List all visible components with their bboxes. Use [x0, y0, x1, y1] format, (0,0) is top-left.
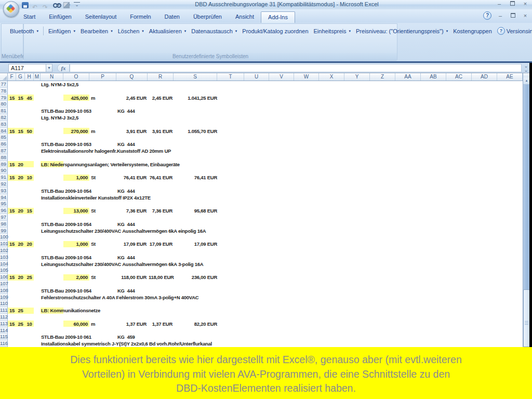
sheet-row-108[interactable]: 108STLB-Bau 2009-10 054KG 444	[0, 287, 523, 294]
cell-kg[interactable]: KG 444	[117, 221, 135, 228]
toolbar-button-bluetooth[interactable]: Bluetooth	[7, 27, 41, 35]
cell-price[interactable]: 17,09 EUR	[149, 241, 172, 247]
row-number-115[interactable]: 115	[0, 334, 8, 340]
column-header-S[interactable]: S	[174, 73, 217, 81]
column-header-W[interactable]: W	[294, 73, 319, 81]
row-number-79[interactable]: 79	[0, 95, 8, 101]
sheet-row-100[interactable]: 100	[0, 234, 523, 241]
cell-unit-price[interactable]: 17,09 EUR	[116, 241, 147, 247]
sheet-row-86[interactable]: 86STLB-Bau 2009-10 053KG 444	[0, 141, 523, 148]
sheet-row-91[interactable]: 911520101,000St76,41 EUR76,41 EUR76,41 E…	[0, 174, 523, 181]
column-header-Q[interactable]: Q	[116, 73, 148, 81]
cell-f[interactable]: 15	[8, 128, 16, 135]
row-number-99[interactable]: 99	[0, 228, 8, 234]
sheet-row-89[interactable]: 891520LB: Niederspannungsanlagen; Vertei…	[0, 161, 523, 168]
cell-quantity[interactable]: 270,000	[63, 128, 88, 135]
workbook-minimize-icon[interactable]: –	[497, 12, 504, 19]
cell-description[interactable]: Fehlerstromschutzschalter A 40A Fehlerst…	[41, 294, 198, 301]
column-header-G[interactable]: G	[16, 73, 25, 81]
cell-description[interactable]: Installationskleinverteiler Kunststoff I…	[41, 194, 151, 201]
column-header-Y[interactable]: Y	[344, 73, 370, 81]
sheet-row-87[interactable]: 87Elektroinstallationsrohr halogenfr.Kun…	[0, 148, 523, 154]
row-number-110[interactable]: 110	[0, 300, 8, 307]
row-number-109[interactable]: 109	[0, 294, 8, 301]
row-number-84[interactable]: 84	[0, 128, 8, 135]
row-number-94[interactable]: 94	[0, 194, 8, 201]
toolbar-button-produkt-katalog-zuordnen[interactable]: Produkt/Katalog zuordnen	[240, 27, 311, 35]
cell-f[interactable]: 15	[8, 307, 16, 314]
cell-total[interactable]: 82,20 EUR	[174, 321, 217, 327]
cell-quantity[interactable]: 1,000	[63, 174, 88, 181]
sheet-row-95[interactable]: 95	[0, 201, 523, 207]
row-number-87[interactable]: 87	[0, 148, 8, 154]
tab-formeln[interactable]: Formeln	[123, 11, 157, 23]
cell-unit-price[interactable]: 1,37 EUR	[116, 321, 147, 327]
cell-stlb-text[interactable]: STLB-Bau 2009-10 054	[41, 188, 91, 194]
cell-price[interactable]: 118,00 EUR	[149, 274, 172, 281]
sheet-row-105[interactable]: 105	[0, 267, 523, 274]
row-number-102[interactable]: 102	[0, 247, 8, 254]
cell-h[interactable]: 15	[25, 207, 34, 214]
sheet-row-77[interactable]: 77Ltg. NYM-J 5x2,5	[0, 81, 523, 88]
expand-formula-bar-icon[interactable]: ⌄⌄	[523, 64, 529, 72]
cell-quantity[interactable]: 2,000	[63, 274, 88, 281]
tab-seitenlayout[interactable]: Seitenlayout	[78, 11, 124, 23]
sheet-row-112[interactable]: 112	[0, 314, 523, 321]
cell-unit[interactable]: m	[91, 321, 95, 327]
minimize-icon[interactable]: –	[496, 1, 503, 7]
cell-g[interactable]: 15	[16, 95, 25, 101]
cell-quantity[interactable]: 13,000	[63, 207, 88, 214]
cell-stlb-text[interactable]: STLB-Bau 2009-10 053	[41, 108, 91, 114]
toolbar-button-aktualisieren[interactable]: Aktualisieren	[147, 27, 189, 35]
tab-start[interactable]: Start	[17, 11, 42, 23]
find-button[interactable]: ▾	[53, 2, 60, 8]
sheet-row-104[interactable]: 104Leitungsschutzschalter 230/400VAC Aus…	[0, 261, 523, 268]
column-header-AD[interactable]: AD	[472, 73, 497, 81]
tab-einfügen[interactable]: Einfügen	[42, 11, 78, 23]
help-icon[interactable]: ?	[483, 11, 491, 20]
sheet-row-90[interactable]: 90	[0, 167, 523, 174]
cell-f[interactable]: 15	[8, 161, 16, 168]
cell-h[interactable]: 20	[25, 241, 34, 247]
row-number-93[interactable]: 93	[0, 188, 8, 194]
sheet-row-106[interactable]: 1061520252,000St118,00 EUR118,00 EUR236,…	[0, 274, 523, 281]
cell-f[interactable]: 15	[8, 274, 16, 281]
cell-unit[interactable]: m	[91, 95, 95, 101]
insert-function-button[interactable]: fx	[57, 64, 70, 72]
sheet-row-81[interactable]: 81STLB-Bau 2009-10 053KG 444	[0, 108, 523, 114]
row-number-81[interactable]: 81	[0, 108, 8, 114]
cell-f[interactable]: 15	[8, 241, 16, 247]
cell-g[interactable]: 20	[16, 274, 25, 281]
toolbar-button-versionsinfo[interactable]: ?Versionsinfo	[495, 26, 532, 36]
cell-unit-price[interactable]: 2,45 EUR	[116, 95, 147, 101]
sheet-row-80[interactable]: 80	[0, 101, 523, 108]
row-number-78[interactable]: 78	[0, 88, 8, 95]
tab-ansicht[interactable]: Ansicht	[229, 11, 261, 23]
toolbar-button-datenaustausch[interactable]: Datenaustausch	[189, 27, 240, 35]
workbook-restore-icon[interactable]	[509, 12, 516, 19]
row-number-91[interactable]: 91	[0, 174, 8, 181]
cell-description[interactable]: Elektroinstallationsrohr halogenfr.Kunst…	[41, 148, 171, 154]
column-header-T[interactable]: T	[217, 73, 244, 81]
select-all-corner[interactable]	[0, 73, 8, 81]
undo-icon[interactable]	[32, 2, 39, 8]
cell-kg[interactable]: KG 444	[117, 287, 135, 294]
sheet-row-111[interactable]: 1111525LB: Kommunikationsnetze	[0, 307, 523, 314]
cell-quantity[interactable]: 1,000	[63, 241, 88, 247]
cell-total[interactable]: 76,41 EUR	[174, 174, 217, 181]
sheet-row-109[interactable]: 109Fehlerstromschutzschalter A 40A Fehle…	[0, 294, 523, 301]
row-number-97[interactable]: 97	[0, 214, 8, 221]
cell-kg[interactable]: KG 459	[117, 334, 135, 340]
cell-f[interactable]: 15	[8, 207, 16, 214]
tab-add-ins[interactable]: Add-Ins	[261, 11, 295, 23]
column-header-AA[interactable]: AA	[395, 73, 421, 81]
row-number-108[interactable]: 108	[0, 287, 8, 294]
cell-price[interactable]: 76,41 EUR	[149, 174, 172, 181]
cell-unit[interactable]: St	[91, 174, 96, 181]
row-number-83[interactable]: 83	[0, 121, 8, 128]
cell-h[interactable]: 10	[25, 174, 34, 181]
customize-qat-icon[interactable]	[74, 2, 80, 8]
column-header-AB[interactable]: AB	[421, 73, 446, 81]
toolbar-button-einf-gen[interactable]: Einfügen	[46, 27, 78, 35]
row-number-107[interactable]: 107	[0, 281, 8, 287]
